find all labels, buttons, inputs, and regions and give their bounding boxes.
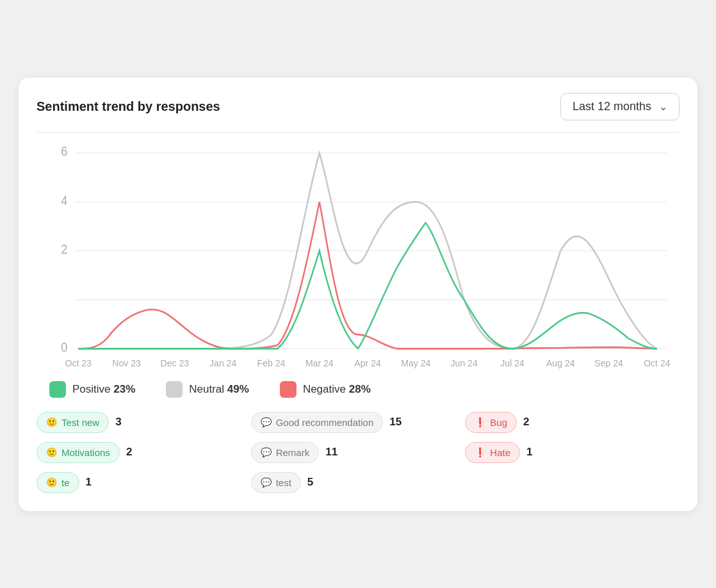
chevron-down-icon: ⌄: [659, 101, 667, 113]
chat-icon-2: 💬: [261, 447, 272, 457]
header-divider: [37, 132, 679, 133]
svg-text:4: 4: [61, 193, 67, 207]
svg-text:Aug 24: Aug 24: [546, 357, 574, 368]
dropdown-label: Last 12 months: [573, 100, 651, 113]
tag-hate[interactable]: ❗ Hate: [465, 442, 520, 463]
svg-text:0: 0: [61, 339, 67, 354]
svg-text:6: 6: [61, 144, 67, 158]
card-title: Sentiment trend by responses: [37, 99, 220, 114]
tag-row-test-new: 🙂 Test new 3: [37, 412, 251, 433]
tag-row-te: 🙂 te 1: [37, 472, 251, 493]
neutral-legend-label: Neutral 49%: [189, 383, 249, 396]
tag-bug[interactable]: ❗ Bug: [465, 412, 517, 433]
tag-good-recommendation-count: 15: [389, 416, 405, 429]
neutral-dot: [166, 381, 183, 398]
tag-test-count: 5: [307, 476, 323, 489]
legend-positive: Positive 23%: [49, 381, 135, 398]
svg-text:May 24: May 24: [401, 357, 430, 368]
tag-test-new-count: 3: [115, 416, 131, 429]
hate-icon: ❗: [475, 447, 485, 457]
tag-te-label: te: [61, 477, 70, 488]
tag-remark[interactable]: 💬 Remark: [251, 442, 320, 463]
tag-row-motivations: 🙂 Motivations 2: [37, 442, 251, 463]
smile-icon: 🙂: [46, 417, 57, 427]
chart-area: 6 4 2 0 Oct 23 Nov 23 Dec 23 Jan 24 Feb …: [37, 139, 679, 370]
svg-text:Oct 23: Oct 23: [65, 357, 92, 368]
negative-tags-col: ❗ Bug 2 ❗ Hate 1: [465, 412, 679, 493]
tag-motivations-label: Motivations: [61, 447, 110, 458]
svg-text:2: 2: [61, 242, 67, 256]
positive-legend-label: Positive 23%: [72, 383, 135, 396]
svg-text:Jan 24: Jan 24: [209, 357, 236, 368]
tag-bug-label: Bug: [490, 417, 507, 428]
tag-good-recommendation-label: Good recommendation: [276, 417, 374, 428]
tags-section: 🙂 Test new 3 🙂 Motivations 2 🙂 te 1: [37, 412, 679, 493]
tag-row-remark: 💬 Remark 11: [251, 442, 466, 463]
svg-text:Apr 24: Apr 24: [354, 357, 380, 368]
positive-dot: [49, 381, 66, 398]
tag-row-test: 💬 test 5: [251, 472, 466, 493]
tag-remark-count: 11: [325, 446, 341, 459]
svg-text:Mar 24: Mar 24: [305, 357, 334, 368]
negative-legend-label: Negative 28%: [303, 383, 371, 396]
svg-text:Dec 23: Dec 23: [161, 357, 189, 368]
tag-motivations-count: 2: [126, 446, 142, 459]
svg-text:Feb 24: Feb 24: [257, 357, 286, 368]
tag-good-recommendation[interactable]: 💬 Good recommendation: [251, 412, 384, 433]
tag-test-label: test: [276, 477, 291, 488]
neutral-tags-col: 💬 Good recommendation 15 💬 Remark 11 💬 t…: [251, 412, 466, 493]
svg-text:Oct 24: Oct 24: [644, 357, 670, 368]
tag-row-good-recommendation: 💬 Good recommendation 15: [251, 412, 466, 433]
legend: Positive 23% Neutral 49% Negative 28%: [49, 381, 679, 398]
tag-remark-label: Remark: [276, 447, 310, 458]
tag-te[interactable]: 🙂 te: [37, 472, 79, 493]
tag-motivations[interactable]: 🙂 Motivations: [37, 442, 120, 463]
svg-text:Jul 24: Jul 24: [500, 357, 524, 368]
svg-text:Nov 23: Nov 23: [112, 357, 140, 368]
chat-icon-3: 💬: [261, 477, 272, 487]
card-header: Sentiment trend by responses Last 12 mon…: [37, 93, 679, 120]
bug-icon: ❗: [475, 417, 485, 427]
svg-text:Jun 24: Jun 24: [451, 357, 478, 368]
legend-neutral: Neutral 49%: [166, 381, 249, 398]
negative-dot: [280, 381, 297, 398]
tag-hate-label: Hate: [490, 447, 510, 458]
tag-test-new[interactable]: 🙂 Test new: [37, 412, 109, 433]
line-chart: 6 4 2 0 Oct 23 Nov 23 Dec 23 Jan 24 Feb …: [37, 139, 679, 370]
svg-text:Sep 24: Sep 24: [594, 357, 622, 368]
tag-row-bug: ❗ Bug 2: [465, 412, 679, 433]
date-range-dropdown[interactable]: Last 12 months ⌄: [560, 93, 679, 120]
tag-bug-count: 2: [523, 416, 539, 429]
tag-test-new-label: Test new: [61, 417, 99, 428]
tag-te-count: 1: [86, 476, 101, 489]
positive-tags-col: 🙂 Test new 3 🙂 Motivations 2 🙂 te 1: [37, 412, 251, 493]
main-card: Sentiment trend by responses Last 12 mon…: [19, 78, 697, 511]
legend-negative: Negative 28%: [280, 381, 371, 398]
tag-test[interactable]: 💬 test: [251, 472, 301, 493]
smile-icon-2: 🙂: [46, 447, 57, 457]
tag-row-hate: ❗ Hate 1: [465, 442, 679, 463]
tag-hate-count: 1: [526, 446, 542, 459]
chat-icon: 💬: [261, 417, 272, 427]
smile-icon-3: 🙂: [46, 477, 57, 487]
